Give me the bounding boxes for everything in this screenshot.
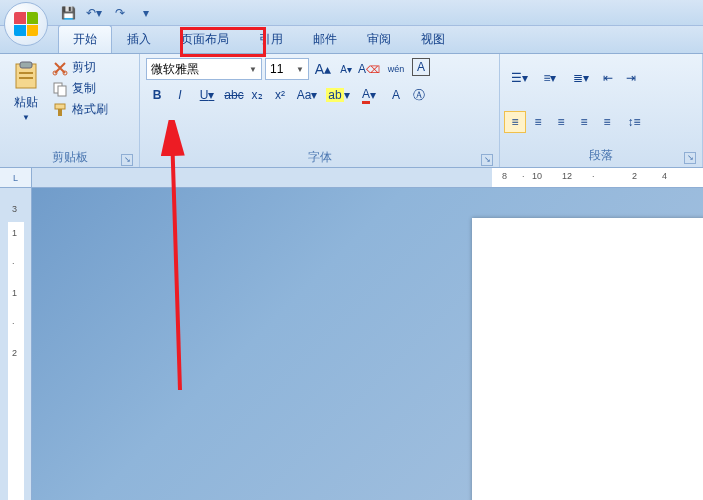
svg-rect-9 [58, 109, 62, 116]
document-page[interactable] [472, 218, 703, 500]
svg-rect-7 [58, 86, 66, 96]
tab-home[interactable]: 开始 [58, 25, 112, 53]
shrink-font-icon: A [340, 64, 347, 75]
tab-insert[interactable]: 插入 [112, 25, 166, 53]
group-clipboard-label: 剪贴板↘ [4, 149, 135, 167]
office-logo-icon [14, 12, 38, 36]
bullets-button[interactable]: ☰▾ [504, 67, 534, 89]
highlight-icon: ab [326, 88, 343, 102]
underline-button[interactable]: U▾ [192, 84, 222, 106]
brush-icon [52, 102, 68, 118]
change-case-button[interactable]: Aa▾ [292, 84, 322, 106]
chevron-down-icon: ▼ [22, 113, 30, 122]
shrink-font-button[interactable]: A▾ [335, 58, 357, 80]
multilevel-button[interactable]: ≣▾ [566, 67, 596, 89]
workspace: 31·1·2 粘贴 剪贴板 A [0, 188, 703, 500]
chevron-down-icon: ▼ [249, 65, 257, 74]
paste-button[interactable]: 粘贴 ▼ [4, 56, 48, 149]
grow-font-button[interactable]: A▴ [312, 58, 334, 80]
clear-format-button[interactable]: A⌫ [358, 58, 380, 80]
align-left-button[interactable]: ≡ [504, 111, 526, 133]
line-spacing-button[interactable]: ↕≡ [619, 111, 649, 133]
undo-button[interactable]: ↶▾ [84, 3, 104, 23]
qat-customize[interactable]: ▾ [136, 3, 156, 23]
svg-rect-2 [19, 72, 33, 74]
save-button[interactable]: 💾 [58, 3, 78, 23]
ribbon-tabs: 开始 插入 页面布局 引用 邮件 审阅 视图 [0, 26, 703, 54]
horizontal-ruler[interactable]: 8·1012·24 [32, 168, 703, 187]
superscript-button[interactable]: x² [269, 84, 291, 106]
enclosed-char-button[interactable]: Ⓐ [408, 84, 430, 106]
format-painter-button[interactable]: 格式刷 [50, 100, 110, 119]
decrease-indent-button[interactable]: ⇤ [597, 67, 619, 89]
quick-access-toolbar: 💾 ↶▾ ↷ ▾ [58, 3, 156, 23]
scissors-icon [52, 60, 68, 76]
save-icon: 💾 [61, 6, 76, 20]
font-color-button[interactable]: A▾ [354, 84, 384, 106]
char-shading-button[interactable]: A [385, 84, 407, 106]
group-font-label: 字体↘ [144, 149, 495, 167]
numbering-button[interactable]: ≡▾ [535, 67, 565, 89]
svg-rect-1 [20, 62, 32, 68]
align-center-button[interactable]: ≡ [527, 111, 549, 133]
align-justify-button[interactable]: ≡ [573, 111, 595, 133]
italic-button[interactable]: I [169, 84, 191, 106]
clipboard-dialog-launcher[interactable]: ↘ [121, 154, 133, 166]
copy-label: 复制 [72, 80, 96, 97]
paragraph-dialog-launcher[interactable]: ↘ [684, 152, 696, 164]
strike-button[interactable]: abc [223, 84, 245, 106]
copy-icon [52, 81, 68, 97]
horizontal-ruler-wrap: L 8·1012·24 [0, 168, 703, 188]
phonetic-button[interactable]: wén [381, 58, 411, 80]
paste-icon [10, 60, 42, 92]
group-clipboard: 粘贴 ▼ 剪切 复制 格式刷 剪贴板↘ [0, 54, 140, 167]
font-color-icon: A [362, 87, 370, 104]
format-painter-label: 格式刷 [72, 101, 108, 118]
paste-label: 粘贴 [14, 94, 38, 111]
ruler-corner[interactable]: L [0, 168, 32, 188]
bold-button[interactable]: B [146, 84, 168, 106]
align-right-button[interactable]: ≡ [550, 111, 572, 133]
undo-icon: ↶ [86, 6, 96, 20]
tab-view[interactable]: 视图 [406, 25, 460, 53]
vertical-ruler[interactable]: 31·1·2 [0, 188, 32, 500]
subscript-button[interactable]: x₂ [246, 84, 268, 106]
cut-button[interactable]: 剪切 [50, 58, 110, 77]
svg-rect-3 [19, 77, 33, 79]
font-size-value: 11 [270, 62, 283, 76]
ribbon: 粘贴 ▼ 剪切 复制 格式刷 剪贴板↘ [0, 54, 703, 168]
font-name-combo[interactable]: 微软雅黑▼ [146, 58, 262, 80]
tab-mail[interactable]: 邮件 [298, 25, 352, 53]
font-dialog-launcher[interactable]: ↘ [481, 154, 493, 166]
tab-review[interactable]: 审阅 [352, 25, 406, 53]
font-size-combo[interactable]: 11▼ [265, 58, 309, 80]
highlight-button[interactable]: ab▾ [323, 84, 353, 106]
chevron-down-icon: ▼ [296, 65, 304, 74]
phonetic-icon: wén [388, 64, 405, 74]
group-paragraph: ☰▾ ≡▾ ≣▾ ⇤ ⇥ ≡ ≡ ≡ ≡ ≡ ↕≡ 段落↘ [500, 54, 703, 167]
copy-button[interactable]: 复制 [50, 79, 110, 98]
tab-reference[interactable]: 引用 [244, 25, 298, 53]
tab-page-layout[interactable]: 页面布局 [166, 25, 244, 53]
grow-font-icon: A [315, 61, 324, 77]
redo-button[interactable]: ↷ [110, 3, 130, 23]
group-font: 微软雅黑▼ 11▼ A▴ A▾ A⌫ wén A B I U▾ abc x₂ x… [140, 54, 500, 167]
title-bar: 💾 ↶▾ ↷ ▾ [0, 0, 703, 26]
font-name-value: 微软雅黑 [151, 61, 199, 78]
align-distribute-button[interactable]: ≡ [596, 111, 618, 133]
document-area[interactable]: 粘贴 剪贴板 A [32, 188, 703, 500]
office-button[interactable] [4, 2, 48, 46]
redo-icon: ↷ [115, 6, 125, 20]
char-border-button[interactable]: A [412, 58, 430, 76]
svg-rect-8 [55, 104, 65, 109]
group-paragraph-label: 段落↘ [504, 147, 698, 165]
increase-indent-button[interactable]: ⇥ [620, 67, 642, 89]
cut-label: 剪切 [72, 59, 96, 76]
